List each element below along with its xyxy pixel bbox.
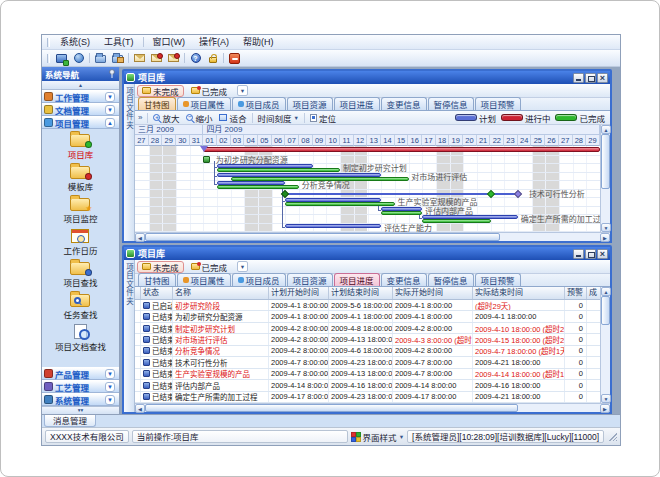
table-horizontal-scrollbar[interactable]: ◀▶ <box>135 403 610 412</box>
sidebar-item-项目库[interactable]: 项目库 <box>68 131 94 160</box>
sidebar-item-工作日历[interactable]: 工作日历 <box>63 227 97 256</box>
toolbar-button-mail-icon[interactable] <box>132 51 147 65</box>
gantt-bar-actual[interactable] <box>217 168 340 172</box>
menu-item-2[interactable]: 工具(T) <box>97 35 141 49</box>
tab-未完成[interactable]: 未完成 <box>137 261 184 273</box>
scroll-track[interactable] <box>601 134 610 223</box>
gantt-bar-inprogress[interactable] <box>203 147 600 152</box>
table-row[interactable]: 已结束分析竞争情况2009-4-2 8:00:002009-4-6 18:00:… <box>135 346 600 357</box>
toolbar-button-folder-save-icon[interactable] <box>110 51 125 65</box>
scroll-up-button[interactable]: ▲ <box>601 287 611 296</box>
table-row[interactable]: 已结束为初步研究分配资源2009-4-1 8:00:002009-4-1 18:… <box>135 311 600 322</box>
toolbar-button-lock-icon[interactable] <box>205 51 220 65</box>
toolbar-button-mail-new-icon[interactable] <box>149 51 164 65</box>
column-header-计划结束时间[interactable]: 计划结束时间 <box>329 287 393 299</box>
toolbar-button-monitor-icon[interactable] <box>54 51 69 65</box>
tab-list-dropdown[interactable]: ▼ <box>237 261 248 272</box>
toolbar-button-folder-icon[interactable] <box>93 51 108 65</box>
chevron-down-icon[interactable]: ▼ <box>105 369 115 379</box>
sidebar-group-文档管理[interactable]: 文档管理▼ <box>42 103 119 116</box>
scroll-right-button[interactable]: ▶ <box>600 404 610 413</box>
menu-item-1[interactable]: 系统(S) <box>53 35 97 49</box>
gantt-bar-plan[interactable] <box>217 173 381 177</box>
column-header-状态[interactable]: 状态 <box>141 287 173 299</box>
subtab-暂停信息[interactable]: 暂停信息 <box>428 97 474 110</box>
tab-未完成[interactable]: 未完成 <box>137 85 184 97</box>
toolbar-button-help-icon[interactable]: ? <box>188 51 203 65</box>
table-row[interactable]: 已结束对市场进行评估2009-4-2 8:00:002009-4-13 18:0… <box>135 334 600 345</box>
subtab-项目成员[interactable]: 项目成员 <box>232 273 286 286</box>
menu-item-3[interactable]: 窗口(W) <box>146 35 193 49</box>
interface-style-dropdown[interactable]: 界面样式 ▼ <box>351 431 404 443</box>
subtab-暂停信息[interactable]: 暂停信息 <box>428 273 474 286</box>
chevron-down-icon[interactable]: ▼ <box>105 92 115 102</box>
maximize-button[interactable] <box>585 73 596 83</box>
subtab-变更信息[interactable]: 变更信息 <box>381 97 427 110</box>
subtab-项目资源[interactable]: 项目资源 <box>287 273 333 286</box>
tab-已完成[interactable]: 已完成 <box>186 85 233 97</box>
menu-item-4[interactable]: 操作(A) <box>192 35 236 49</box>
gantt-bar-actual[interactable] <box>231 177 409 181</box>
subtab-项目成员[interactable]: 项目成员 <box>232 97 286 110</box>
sidebar-collapse-button[interactable]: ▴ <box>42 81 119 90</box>
fit-button[interactable]: 适合 <box>217 112 248 124</box>
gantt-bar-actual[interactable] <box>217 185 299 189</box>
menu-item-5[interactable]: 帮助(H) <box>236 35 281 49</box>
locate-button[interactable]: 定位 <box>308 112 338 124</box>
subtab-项目预警[interactable]: 项目预警 <box>475 97 521 110</box>
scroll-up-button[interactable]: ▲ <box>601 125 611 134</box>
gantt-bar-actual[interactable] <box>381 211 422 215</box>
table-row[interactable]: 已结束确定生产所需的加工过程2009-4-17 8:00:002009-4-23… <box>135 392 600 403</box>
column-header-实际结束时间[interactable]: 实际结束时间 <box>473 287 565 299</box>
subtab-项目进度[interactable]: 项目进度 <box>334 97 380 110</box>
tab-list-dropdown[interactable]: ▼ <box>237 85 248 96</box>
scroll-track[interactable] <box>145 233 600 241</box>
column-header-计划开始时间[interactable]: 计划开始时间 <box>269 287 329 299</box>
gantt-task-point[interactable] <box>203 156 210 163</box>
sidebar-group-工作管理[interactable]: 工作管理▼ <box>42 90 119 103</box>
table-row[interactable]: 已结束评估内部产品2009-4-14 8:00:002009-4-16 18:0… <box>135 380 600 391</box>
sidebar-group-系统管理[interactable]: 系统管理▼ <box>42 393 119 406</box>
scroll-thumb[interactable] <box>601 296 610 325</box>
overflow-chevron-icon[interactable]: » <box>138 113 142 122</box>
chevron-down-icon[interactable]: ▼ <box>105 395 115 405</box>
scroll-track[interactable] <box>601 296 610 394</box>
scroll-track[interactable] <box>145 404 600 412</box>
column-header-实际开始时间[interactable]: 实际开始时间 <box>393 287 473 299</box>
tab-message-management[interactable]: 消息管理 <box>44 415 96 427</box>
table-row[interactable]: 已结束制定初步研究计划2009-4-2 8:00:002009-4-8 18:0… <box>135 323 600 334</box>
subtab-项目属性[interactable]: 项目属性 <box>177 97 231 110</box>
gantt-bar-plan[interactable] <box>285 224 381 228</box>
table-row[interactable]: 已结束生产实验室规模的产品2009-4-7 8:00:002009-4-13 1… <box>135 369 600 380</box>
sidebar-group-工艺管理[interactable]: 工艺管理▼ <box>42 380 119 393</box>
pin-icon[interactable] <box>108 69 116 80</box>
subtab-项目属性[interactable]: 项目属性 <box>177 273 231 286</box>
zoom-out-button[interactable]: −缩小 <box>184 112 214 124</box>
column-header-成[interactable]: 成 <box>587 287 600 299</box>
minimize-button[interactable] <box>573 73 584 83</box>
sidebar-item-任务查找[interactable]: 任务查找 <box>63 291 97 320</box>
window-titlebar-top[interactable]: 项目库 <box>124 71 610 84</box>
subtab-项目进度[interactable]: 项目进度 <box>334 273 380 286</box>
chevron-down-icon[interactable]: ▼ <box>105 382 115 392</box>
gantt-bar-actual[interactable] <box>285 202 394 206</box>
sidebar-group-项目管理[interactable]: 项目管理▲ <box>42 116 119 129</box>
sidebar-item-项目监控[interactable]: ★项目监控 <box>63 195 97 224</box>
table-row[interactable]: 已结束技术可行性分析2009-4-7 8:00:002009-4-23 18:0… <box>135 357 600 368</box>
collapsed-folder-panel[interactable]: 项目文件夹 <box>124 260 135 412</box>
window-titlebar-bottom[interactable]: 项目库 <box>124 247 610 260</box>
scroll-right-button[interactable]: ▶ <box>600 233 610 242</box>
scroll-down-button[interactable]: ▼ <box>601 394 611 403</box>
minimize-button[interactable] <box>573 249 584 259</box>
toolbar-button-globe-icon[interactable] <box>71 51 86 65</box>
subtab-项目资源[interactable]: 项目资源 <box>287 97 333 110</box>
toolbar-button-mail-del-icon[interactable] <box>166 51 181 65</box>
chevron-down-icon[interactable]: ▼ <box>105 105 115 115</box>
subtab-甘特图[interactable]: 甘特图 <box>138 273 176 286</box>
sidebar-item-模板库[interactable]: 模板库 <box>68 163 94 192</box>
tab-已完成[interactable]: 已完成 <box>186 261 233 273</box>
close-button[interactable] <box>597 73 608 83</box>
toolbar-button-exit-icon[interactable] <box>227 51 242 65</box>
gantt-vertical-scrollbar[interactable]: ▲▼ <box>600 125 610 232</box>
resize-grip[interactable] <box>609 433 617 441</box>
